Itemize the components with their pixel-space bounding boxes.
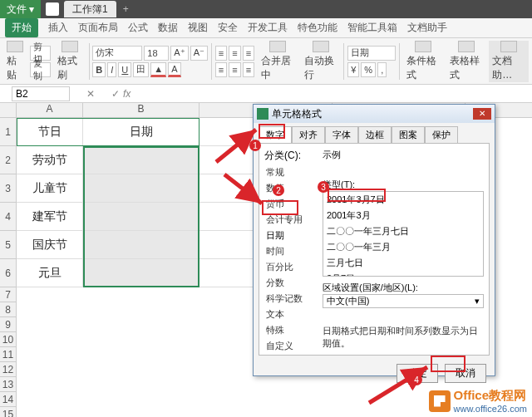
- cell[interactable]: 劳动节: [17, 146, 83, 174]
- document-tab[interactable]: 工作簿1: [64, 1, 116, 17]
- border-button[interactable]: 田: [133, 62, 149, 77]
- row-header[interactable]: 12: [0, 362, 17, 377]
- comma-button[interactable]: ,: [377, 62, 387, 77]
- cancel-button[interactable]: 取消: [445, 364, 486, 383]
- category-item[interactable]: 时间: [264, 243, 318, 259]
- type-item[interactable]: 3月7日: [323, 271, 483, 277]
- row-header[interactable]: 15: [0, 407, 17, 417]
- align-top-button[interactable]: ≡: [215, 46, 227, 61]
- category-item[interactable]: 文本: [264, 307, 318, 322]
- name-box[interactable]: B2: [12, 86, 70, 101]
- tab-align[interactable]: 对齐: [292, 126, 325, 143]
- align-bot-button[interactable]: ≡: [243, 46, 254, 61]
- merge-button[interactable]: 合并居中: [258, 41, 298, 82]
- row-header[interactable]: 7: [0, 287, 17, 302]
- fx-cancel-icon[interactable]: ✕: [86, 88, 95, 100]
- align-right-button[interactable]: ≡: [243, 62, 254, 77]
- type-item[interactable]: 二〇〇一年三月七日: [323, 223, 483, 239]
- tab-data[interactable]: 数据: [158, 21, 178, 35]
- table-style-button[interactable]: 表格样式: [446, 41, 486, 82]
- increase-font-button[interactable]: A⁺: [170, 46, 188, 61]
- cond-format-button[interactable]: 条件格式: [403, 41, 443, 82]
- fill-color-button[interactable]: ▲: [150, 62, 166, 77]
- row-header[interactable]: 1: [0, 118, 17, 146]
- locale-select[interactable]: 中文(中国) ▾: [323, 294, 484, 308]
- category-item[interactable]: 科学记数: [264, 291, 318, 307]
- row-header[interactable]: 3: [0, 174, 17, 203]
- cell[interactable]: 日期: [83, 118, 200, 146]
- tab-font[interactable]: 字体: [325, 126, 358, 143]
- cell[interactable]: [83, 174, 200, 203]
- cell[interactable]: [83, 231, 200, 259]
- align-center-button[interactable]: ≡: [229, 62, 240, 77]
- row-header[interactable]: 11: [0, 347, 17, 362]
- row-header[interactable]: 13: [0, 377, 17, 392]
- col-header-B[interactable]: B: [83, 103, 200, 117]
- wrap-button[interactable]: 自动换行: [301, 41, 341, 82]
- fx-confirm-icon[interactable]: ✓: [111, 88, 120, 100]
- decrease-font-button[interactable]: A⁻: [190, 46, 208, 61]
- align-left-button[interactable]: ≡: [215, 62, 227, 77]
- cell[interactable]: 元旦: [17, 259, 83, 287]
- tab-helper[interactable]: 文档助手: [407, 21, 447, 35]
- tab-insert[interactable]: 插入: [48, 21, 68, 35]
- percent-button[interactable]: %: [361, 62, 376, 77]
- paste-button[interactable]: 粘贴: [3, 41, 27, 82]
- tab-dev[interactable]: 开发工具: [248, 21, 288, 35]
- category-item[interactable]: 分数: [264, 275, 318, 291]
- tab-layout[interactable]: 页面布局: [78, 21, 118, 35]
- select-all-corner[interactable]: [0, 103, 17, 117]
- tab-special[interactable]: 特色功能: [298, 21, 337, 35]
- bold-button[interactable]: B: [92, 62, 106, 77]
- font-color-button[interactable]: A: [168, 62, 180, 77]
- category-item[interactable]: 特殊: [264, 322, 318, 338]
- tab-protect[interactable]: 保护: [425, 126, 458, 143]
- tab-pattern[interactable]: 图案: [392, 126, 425, 143]
- row-header[interactable]: 5: [0, 231, 17, 259]
- row-header[interactable]: 14: [0, 392, 17, 407]
- tab-security[interactable]: 安全: [218, 21, 238, 35]
- cell[interactable]: [83, 259, 200, 287]
- row-header[interactable]: 6: [0, 259, 17, 287]
- doc-helper-button[interactable]: 文档助…: [489, 41, 529, 82]
- copy-button[interactable]: 复制: [30, 62, 51, 77]
- type-item[interactable]: 2001年3月: [323, 208, 483, 223]
- tab-review[interactable]: 视图: [188, 21, 208, 35]
- cell[interactable]: [83, 203, 200, 231]
- font-size-select[interactable]: 18: [144, 46, 169, 61]
- col-header-A[interactable]: A: [17, 103, 83, 117]
- category-item[interactable]: 自定义: [264, 338, 318, 354]
- category-item[interactable]: 百分比: [264, 259, 318, 275]
- underline-button[interactable]: U: [118, 62, 131, 77]
- category-item-date[interactable]: 日期: [264, 228, 318, 243]
- tab-border[interactable]: 边框: [358, 126, 392, 143]
- tab-smart[interactable]: 智能工具箱: [347, 21, 397, 35]
- cell[interactable]: 建军节: [17, 203, 83, 231]
- row-header[interactable]: 2: [0, 146, 17, 174]
- tab-formula[interactable]: 公式: [128, 21, 148, 35]
- italic-button[interactable]: I: [107, 62, 116, 77]
- file-menu[interactable]: 文件 ▾: [0, 0, 41, 18]
- fx-label[interactable]: fx: [123, 88, 131, 100]
- type-item[interactable]: 二〇〇一年三月: [323, 239, 483, 255]
- type-list[interactable]: 2001年3月7日 2001年3月 二〇〇一年三月七日 二〇〇一年三月 三月七日…: [323, 191, 484, 277]
- close-button[interactable]: ✕: [473, 108, 491, 120]
- format-painter-button[interactable]: 格式刷: [54, 41, 86, 82]
- cell[interactable]: 国庆节: [17, 231, 83, 259]
- cell[interactable]: 节日: [17, 118, 83, 146]
- row-header[interactable]: 9: [0, 317, 17, 332]
- cell[interactable]: [83, 146, 200, 174]
- row-header[interactable]: 4: [0, 203, 17, 231]
- type-item[interactable]: 2001年3月7日: [323, 192, 483, 208]
- currency-button[interactable]: ¥: [347, 62, 359, 77]
- align-mid-button[interactable]: ≡: [229, 46, 240, 61]
- dialog-titlebar[interactable]: 单元格格式 ✕: [254, 105, 495, 123]
- new-tab-button[interactable]: +: [123, 3, 129, 15]
- row-header[interactable]: 8: [0, 302, 17, 317]
- row-header[interactable]: 10: [0, 332, 17, 347]
- number-format-select[interactable]: 日期: [347, 46, 396, 61]
- cell[interactable]: 儿童节: [17, 174, 83, 203]
- tab-start[interactable]: 开始: [5, 18, 38, 37]
- type-item[interactable]: 三月七日: [323, 255, 483, 271]
- font-name-select[interactable]: 仿宋: [92, 46, 142, 61]
